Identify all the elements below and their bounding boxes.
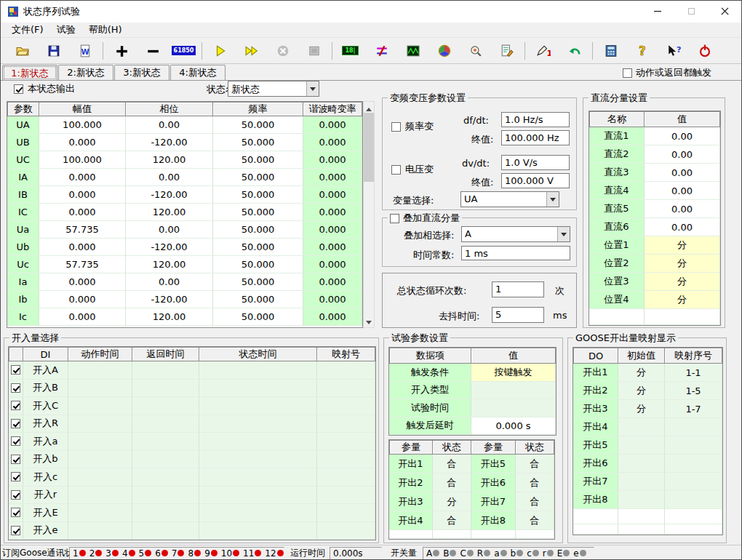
param-value-cell[interactable]: 50.000 (213, 291, 303, 308)
save-file-button[interactable] (38, 40, 69, 62)
param-value-cell[interactable]: 0.000 (39, 169, 126, 186)
tab-state-1[interactable]: 1:新状态 (2, 65, 57, 81)
param-value-cell[interactable]: 0.000 (303, 186, 362, 204)
menu-item-1[interactable]: 试验 (50, 23, 82, 36)
di-checkbox[interactable] (11, 490, 20, 500)
variable-dropdown-icon[interactable] (546, 192, 559, 207)
freq-change-checkbox[interactable] (391, 122, 401, 132)
stop-button[interactable] (298, 40, 330, 62)
di-checkbox-cell[interactable] (9, 487, 23, 505)
scroll-up-icon[interactable] (364, 102, 374, 113)
param-value-cell[interactable]: 0.000 (303, 116, 362, 134)
param-value-cell[interactable]: 100.000 (39, 151, 126, 169)
debounce-input[interactable]: 5 (492, 307, 544, 323)
param-value-cell[interactable]: 0.00 (126, 221, 213, 239)
trigger-mode-checkbox[interactable] (623, 68, 632, 78)
param-value-cell[interactable]: 120.00 (126, 308, 213, 326)
remove-state-button[interactable] (137, 40, 168, 62)
dc-value-cell[interactable]: 0.00 (645, 218, 720, 236)
out-state-cell[interactable]: 合 (433, 455, 471, 473)
di-checkbox-cell[interactable] (9, 397, 23, 415)
power-off-button[interactable] (689, 40, 720, 62)
param-table-scrollbar[interactable] (363, 101, 375, 328)
param-value-cell[interactable]: 0.000 (303, 221, 362, 239)
zoom-button[interactable] (460, 40, 491, 62)
param-value-cell[interactable]: 50.000 (213, 134, 303, 151)
cancel-button[interactable] (267, 40, 298, 62)
param-value-cell[interactable]: 0.000 (39, 308, 126, 326)
param-value-cell[interactable]: 57.735 (39, 256, 126, 273)
param-value-cell[interactable]: 0.000 (303, 239, 362, 256)
dc-value-cell[interactable]: 0.00 (645, 182, 720, 200)
fast-run-button[interactable] (236, 40, 267, 62)
state-name-dropdown-icon[interactable] (306, 81, 319, 96)
param-value-cell[interactable]: 50.000 (213, 204, 303, 221)
open-file-button[interactable] (7, 40, 38, 62)
dc-value-cell[interactable]: 0.00 (645, 200, 720, 218)
di-checkbox[interactable] (11, 419, 20, 428)
param-value-cell[interactable]: 120.00 (126, 204, 213, 221)
tab-state-3[interactable]: 3:新状态 (114, 65, 169, 80)
dc-value-cell[interactable]: 分 (645, 273, 720, 291)
di-checkbox[interactable] (11, 436, 20, 446)
param-value-cell[interactable]: 0.000 (39, 186, 126, 204)
overlay-phase-combo[interactable]: A (461, 226, 570, 242)
waveform-view-button[interactable] (397, 40, 428, 62)
di-checkbox[interactable] (11, 365, 20, 375)
param-value-cell[interactable]: 0.000 (39, 134, 126, 151)
param-value-cell[interactable]: 0.000 (303, 291, 362, 308)
di-checkbox-cell[interactable] (9, 522, 23, 540)
dc-value-cell[interactable]: 分 (645, 255, 720, 273)
di-checkbox-cell[interactable] (9, 380, 23, 398)
di-checkbox-cell[interactable] (9, 415, 23, 433)
dc-overlay-checkbox[interactable] (390, 214, 399, 223)
state-name-combo[interactable]: 新状态 (228, 81, 319, 97)
overlay-phase-dropdown-icon[interactable] (557, 227, 570, 241)
di-checkbox-cell[interactable] (9, 468, 23, 487)
tab-state-2[interactable]: 2:新状态 (58, 65, 113, 80)
di-checkbox-cell[interactable] (9, 433, 23, 451)
out-state-cell[interactable]: 合 (516, 492, 554, 511)
save-report-button[interactable]: W (69, 40, 100, 62)
dc-value-cell[interactable]: 0.00 (645, 145, 720, 164)
dfdt-input[interactable]: 1.0 Hz/s (501, 112, 570, 127)
param-value-cell[interactable]: 50.000 (213, 221, 303, 239)
param-value-cell[interactable]: 0.000 (39, 273, 126, 291)
tp-value-cell[interactable] (471, 382, 556, 400)
param-value-cell[interactable]: 0.000 (303, 169, 362, 186)
calculator-button[interactable] (595, 40, 626, 62)
start-test-button[interactable] (204, 40, 236, 62)
variable-select-combo[interactable]: UA (460, 191, 559, 207)
param-value-cell[interactable]: 0.000 (303, 204, 362, 221)
param-value-cell[interactable]: 50.000 (213, 186, 303, 204)
tp-value-cell[interactable]: 0.000 s (471, 417, 556, 436)
param-value-cell[interactable]: 50.000 (213, 239, 303, 256)
di-checkbox[interactable] (11, 455, 20, 464)
state-output-checkbox[interactable] (14, 84, 23, 94)
volt-change-checkbox[interactable] (391, 165, 401, 175)
menu-item-2[interactable]: 帮助(H) (82, 23, 129, 36)
help-button[interactable]: ? (626, 40, 658, 62)
param-value-cell[interactable]: 100.000 (39, 116, 126, 134)
param-value-cell[interactable]: 0.00 (126, 273, 213, 291)
close-button[interactable] (708, 1, 741, 22)
param-value-cell[interactable]: 50.000 (213, 256, 303, 273)
report-view-button[interactable] (491, 40, 522, 62)
param-value-cell[interactable]: -120.00 (126, 186, 213, 204)
param-value-cell[interactable]: 50.000 (213, 151, 303, 169)
display-18-button[interactable]: 18| (335, 40, 366, 62)
trigger-mode-option[interactable]: 动作或返回都触发 (623, 66, 711, 79)
undo-button[interactable] (559, 40, 590, 62)
param-value-cell[interactable]: -120.00 (126, 239, 213, 256)
param-value-cell[interactable]: 0.000 (39, 239, 126, 256)
tp-value-cell[interactable] (471, 399, 556, 417)
param-value-cell[interactable]: 50.000 (213, 273, 303, 291)
volt-change-option[interactable]: 电压变 (391, 163, 434, 176)
out-state-cell[interactable]: 合 (433, 473, 471, 492)
freq-final-input[interactable]: 100.000 Hz (501, 130, 570, 145)
scroll-thumb[interactable] (364, 113, 374, 182)
param-value-cell[interactable]: 0.000 (303, 308, 362, 326)
out-state-cell[interactable]: 合 (516, 455, 554, 473)
state-output-option[interactable]: 本状态输出 (14, 82, 75, 95)
out-state-cell[interactable]: 合 (516, 511, 554, 530)
